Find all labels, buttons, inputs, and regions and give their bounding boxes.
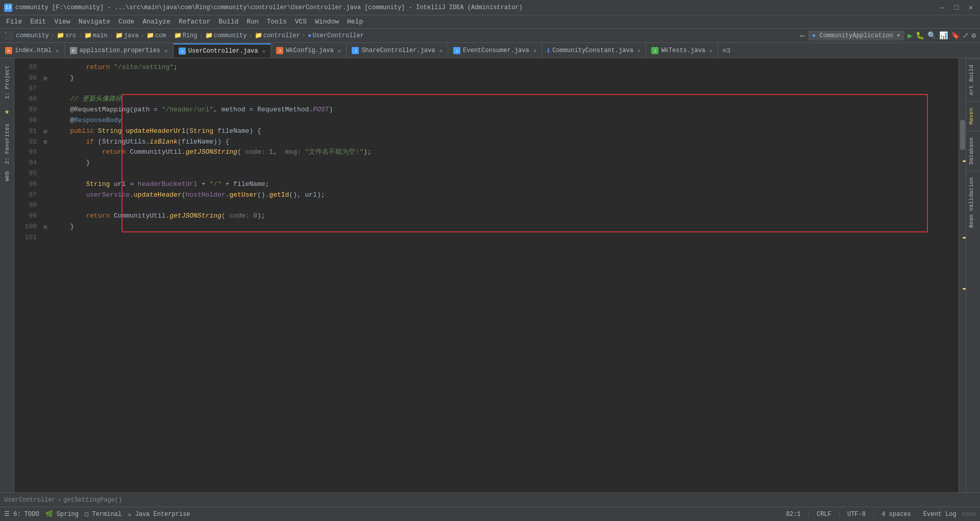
minimize-button[interactable]: – [937, 3, 947, 13]
code-line-89[interactable]: @RequestMapping(path = "/header/url", me… [54, 105, 959, 115]
tab-close-share-controller[interactable]: ✕ [439, 48, 443, 54]
bookmark-button[interactable]: 🔖 [951, 31, 960, 40]
art-build-tab[interactable]: Art Build [966, 58, 980, 101]
code-line-91[interactable]: public String updateHeaderUrl(String fil… [54, 126, 959, 137]
todo-button[interactable]: ☰ 6: TODO [4, 510, 39, 518]
menu-analyze[interactable]: Analyze [138, 17, 175, 27]
code-line-101[interactable] [54, 232, 959, 243]
folder-icon-ring: 📁 [174, 32, 182, 39]
tab-wk-config[interactable]: J WkConfig.java ✕ [271, 43, 347, 58]
line-num-86: 86 [14, 73, 41, 84]
right-scrollbar[interactable] [959, 58, 966, 492]
folder-icon-java: 📁 [115, 32, 123, 39]
code-line-94[interactable]: } [54, 158, 959, 169]
code-line-96[interactable]: String url = headerBucketUrl + "/" + fil… [54, 179, 959, 190]
tab-close-index[interactable]: ✕ [56, 48, 59, 54]
menu-code[interactable]: Code [114, 17, 138, 27]
menu-help[interactable]: Help [343, 17, 367, 27]
breadcrumb-java[interactable]: java [124, 32, 139, 39]
status-spaces[interactable]: 4 spaces [881, 511, 911, 518]
code-line-93[interactable]: return CommunityUtil.getJSONString( code… [54, 147, 959, 158]
menu-view[interactable]: View [50, 17, 74, 27]
java-enterprise-button[interactable]: ☕ Java Enterprise [128, 510, 190, 518]
tab-close-event-consumer[interactable]: ✕ [533, 48, 537, 54]
scroll-thumb[interactable] [960, 120, 965, 150]
tab-community-constant[interactable]: ℹ CommunityConstant.java ✕ [542, 43, 646, 58]
bottom-class[interactable]: UserController [4, 496, 56, 504]
code-line-92[interactable]: if (StringUtils.isBlank(fileName)) { [54, 137, 959, 148]
line-num-94: 94 [14, 158, 41, 169]
code-line-99[interactable]: return CommunityUtil.getJSONString( code… [54, 211, 959, 222]
web-tab[interactable]: Web [2, 169, 12, 183]
fold-88 [41, 94, 50, 105]
menu-refactor[interactable]: Refactor [175, 17, 214, 27]
expand-button[interactable]: ⤢ [963, 31, 969, 40]
terminal-button[interactable]: ▢ Terminal [85, 510, 121, 518]
code-line-88[interactable]: // 更新头像路径 [54, 94, 959, 105]
event-log-button[interactable]: Event Log [923, 511, 957, 518]
menu-build[interactable]: Build [214, 17, 242, 27]
menu-window[interactable]: Window [311, 17, 343, 27]
menu-vcs[interactable]: VCS [291, 17, 311, 27]
menu-run[interactable]: Run [242, 17, 262, 27]
breadcrumb-main[interactable]: main [93, 32, 108, 39]
project-panel-tab[interactable]: 1: Project [2, 60, 12, 104]
debug-button[interactable]: 🐛 [916, 31, 924, 40]
code-line-86[interactable]: } [54, 73, 959, 84]
code-line-95[interactable] [54, 169, 959, 179]
fold-91[interactable]: ⊟ [41, 126, 50, 137]
code-editor[interactable]: return "/site/setting"; } // 更新头像路径 @Req… [50, 58, 959, 492]
menu-navigate[interactable]: Navigate [75, 17, 114, 27]
tab-close-wk-tests[interactable]: ✕ [709, 48, 713, 54]
breadcrumb-src[interactable]: src [65, 32, 77, 39]
code-line-100[interactable]: } [54, 222, 959, 232]
status-position[interactable]: 82:1 [786, 511, 801, 518]
profile-button[interactable]: 📊 [939, 31, 948, 40]
code-line-85[interactable]: return "/site/setting"; [54, 62, 959, 73]
breadcrumb-usercontroller[interactable]: UserController [312, 32, 364, 39]
menu-tools[interactable]: Tools [263, 17, 291, 27]
breadcrumb-controller[interactable]: controller [263, 32, 300, 39]
navigate-back-icon[interactable]: ⟵ [801, 31, 805, 40]
tab-close-community-constant[interactable]: ✕ [638, 48, 641, 54]
tab-application-properties[interactable]: P application.properties ✕ [65, 43, 174, 58]
tab-more-button[interactable]: ≡3 [718, 43, 734, 58]
tab-wk-tests[interactable]: J WkTests.java ✕ [646, 43, 718, 58]
database-tab[interactable]: Database [966, 131, 980, 171]
code-line-90[interactable]: @ResponseBody [54, 115, 959, 126]
bean-validation-tab[interactable]: Bean Validation [966, 171, 980, 234]
tab-index-html[interactable]: H index.html ✕ [0, 43, 65, 58]
status-line-sep[interactable]: CRLF [817, 511, 831, 518]
close-button[interactable]: ✕ [966, 3, 976, 13]
tab-event-consumer[interactable]: J EventConsumer.java ✕ [448, 43, 542, 58]
breadcrumb-ring[interactable]: Ring [183, 32, 198, 39]
code-line-87[interactable] [54, 84, 959, 94]
tab-close-app-props[interactable]: ✕ [164, 48, 168, 54]
spring-button[interactable]: 🌿 Spring [45, 510, 79, 518]
coverage-button[interactable]: 🔍 [927, 31, 936, 40]
tab-close-wk-config[interactable]: ✕ [338, 48, 341, 54]
breadcrumb-com[interactable]: com [155, 32, 166, 39]
fold-86[interactable]: ⊟ [41, 73, 50, 84]
bottom-method[interactable]: getSettingPage() [63, 496, 122, 504]
status-encoding[interactable]: UTF-8 [847, 511, 866, 518]
line-num-85: 85 [14, 62, 41, 73]
menu-edit[interactable]: Edit [26, 17, 50, 27]
menu-file[interactable]: File [2, 17, 26, 27]
tab-share-controller[interactable]: J ShareController.java ✕ [347, 43, 448, 58]
code-line-97[interactable]: userService.updateHeader(hostHolder.getU… [54, 190, 959, 201]
favorites-tab[interactable]: 2: Favorites [2, 119, 12, 169]
tab-close-user-controller[interactable]: ✕ [262, 48, 266, 55]
breadcrumb-community[interactable]: community [16, 32, 49, 39]
code-line-98[interactable] [54, 200, 959, 211]
run-config-dropdown[interactable]: ● CommunityApplication ▾ [808, 31, 904, 40]
fold-100[interactable]: ⊟ [41, 222, 50, 232]
fold-92[interactable]: ⊟ [41, 137, 50, 148]
breadcrumb-community2[interactable]: community [214, 32, 247, 39]
tab-user-controller[interactable]: J UserController.java ✕ [174, 43, 271, 58]
fold-98 [41, 200, 50, 211]
maven-tab[interactable]: Maven [966, 101, 980, 131]
settings-icon[interactable]: ⚙ [972, 31, 976, 40]
run-button[interactable]: ▶ [908, 31, 913, 41]
maximize-button[interactable]: □ [951, 3, 962, 13]
